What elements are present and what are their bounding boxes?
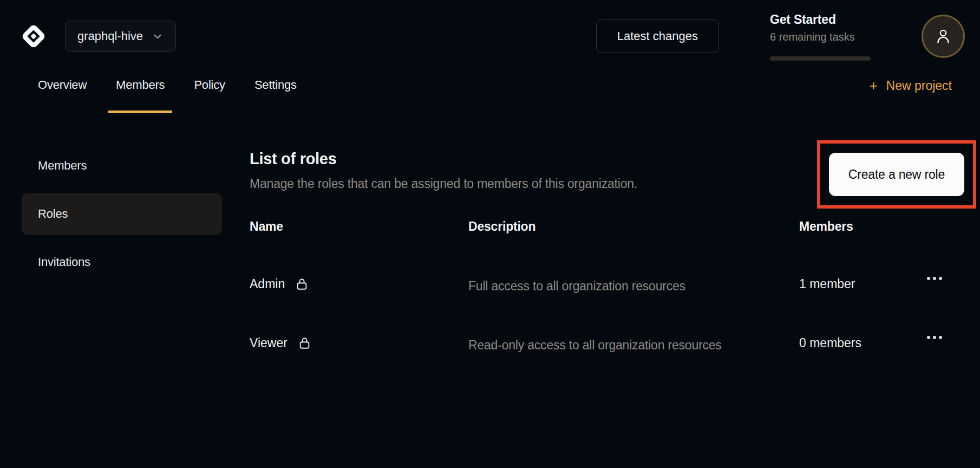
column-header-name: Name (250, 209, 468, 257)
role-name-cell: Viewer (250, 316, 468, 370)
sidebar-item-invitations[interactable]: Invitations (22, 241, 222, 283)
new-project-link[interactable]: + New project (869, 79, 952, 106)
roles-table-header: Name Description Members (250, 209, 966, 257)
row-menu-button[interactable] (925, 329, 966, 346)
org-tabs-bar: Overview Members Policy Settings + New p… (0, 70, 980, 114)
row-menu-button[interactable] (925, 270, 966, 287)
column-header-description: Description (468, 209, 799, 257)
get-started-title: Get Started (770, 12, 871, 27)
lock-icon (295, 277, 309, 291)
role-description: Read-only access to all organization res… (468, 316, 739, 375)
column-header-menu (925, 209, 966, 242)
user-avatar-button[interactable] (922, 15, 965, 58)
roles-header-text: List of roles Manage the roles that can … (250, 145, 637, 191)
annotation-highlight-box: Create a new role (817, 140, 976, 209)
role-description: Full access to all organization resource… (468, 257, 739, 316)
roles-header: List of roles Manage the roles that can … (250, 145, 966, 209)
plus-icon: + (869, 79, 877, 93)
org-name: graphql-hive (77, 29, 143, 43)
tab-policy[interactable]: Policy (188, 70, 231, 114)
table-row-admin: Admin Full access to all organization re… (250, 257, 966, 316)
content-area: Members Roles Invitations List of roles … (0, 114, 980, 374)
ellipsis-icon (927, 277, 930, 280)
get-started-widget[interactable]: Get Started 6 remaining tasks (770, 12, 871, 61)
latest-changes-button[interactable]: Latest changes (596, 20, 719, 53)
role-name: Admin (250, 277, 285, 291)
ellipsis-icon (927, 336, 930, 339)
org-selector-button[interactable]: graphql-hive (65, 21, 176, 52)
create-role-button[interactable]: Create a new role (829, 153, 964, 196)
user-icon (933, 27, 953, 46)
get-started-progress-track (770, 56, 871, 61)
tab-overview[interactable]: Overview (38, 70, 92, 114)
lock-icon (297, 336, 312, 350)
role-name: Viewer (250, 336, 288, 350)
role-members-count: 1 member (799, 257, 925, 311)
top-bar: graphql-hive Latest changes Get Started … (0, 0, 980, 61)
sidebar-item-members[interactable]: Members (22, 145, 222, 187)
roles-panel: List of roles Manage the roles that can … (250, 145, 966, 374)
page-title: List of roles (250, 145, 637, 168)
tab-members[interactable]: Members (110, 70, 170, 114)
table-row-viewer: Viewer Read-only access to all organizat… (250, 316, 966, 375)
members-side-nav: Members Roles Invitations (22, 145, 222, 374)
page-subtitle: Manage the roles that can be assigned to… (250, 177, 637, 191)
tab-settings[interactable]: Settings (249, 70, 302, 114)
hive-logo-link[interactable] (18, 21, 49, 51)
sidebar-item-roles[interactable]: Roles (22, 193, 222, 235)
column-header-members: Members (799, 209, 925, 257)
roles-table: Name Description Members Admin Full acce… (250, 209, 966, 374)
role-name-cell: Admin (250, 257, 468, 311)
hive-logo-icon (18, 21, 49, 51)
new-project-label: New project (886, 79, 952, 93)
get-started-subtitle: 6 remaining tasks (770, 31, 871, 43)
role-members-count: 0 members (799, 316, 925, 370)
chevron-down-icon (152, 30, 164, 42)
